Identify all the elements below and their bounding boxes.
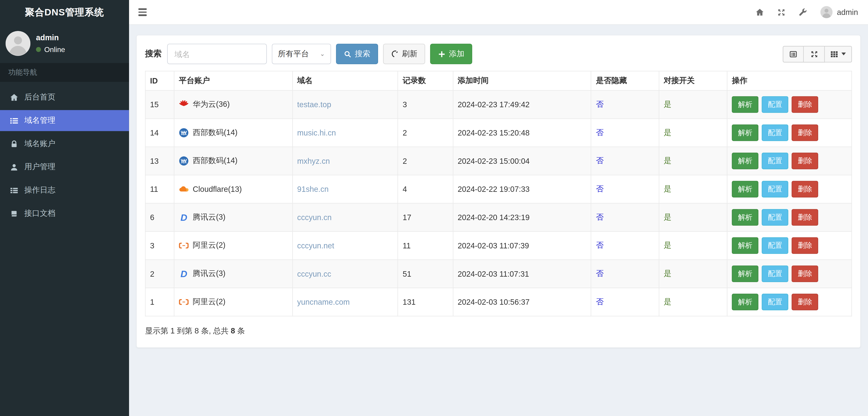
resolve-button[interactable]: 解析: [732, 153, 758, 169]
delete-button[interactable]: 删除: [792, 209, 818, 226]
config-button[interactable]: 配置: [762, 209, 788, 226]
user-status: Online: [36, 45, 65, 54]
platform-account-label: 阿里云(2): [193, 241, 225, 251]
hidden-cell: 否: [591, 91, 659, 119]
resolve-button[interactable]: 解析: [732, 209, 758, 226]
switch-toggle[interactable]: 是: [663, 212, 671, 221]
content-area: 搜索 所有平台 ⌄ 搜索 刷新 添加: [129, 25, 868, 358]
domain-link[interactable]: 91she.cn: [297, 185, 329, 194]
sidebar-item-logs[interactable]: 操作日志: [0, 180, 129, 201]
domain-link[interactable]: cccyun.cc: [297, 269, 331, 278]
domain-link[interactable]: testae.top: [297, 100, 331, 109]
user-menu[interactable]: admin: [820, 6, 858, 18]
cloudflare-icon: [179, 184, 189, 194]
hidden-toggle[interactable]: 否: [596, 241, 603, 249]
domain-link[interactable]: music.hi.cn: [297, 128, 336, 137]
hidden-toggle[interactable]: 否: [596, 212, 603, 221]
search-button[interactable]: 搜索: [336, 44, 378, 64]
config-button[interactable]: 配置: [762, 125, 788, 141]
refresh-button[interactable]: 刷新: [383, 44, 425, 64]
delete-button[interactable]: 删除: [792, 96, 818, 113]
resolve-button[interactable]: 解析: [732, 293, 758, 310]
added-time-cell: 2024-02-03 11:07:31: [453, 260, 591, 288]
switch-toggle[interactable]: 是: [663, 100, 671, 108]
column-header: ID: [145, 71, 174, 91]
switch-toggle[interactable]: 是: [663, 241, 671, 249]
resolve-button[interactable]: 解析: [732, 266, 758, 282]
delete-button[interactable]: 删除: [792, 266, 818, 282]
records-cell: 4: [398, 175, 453, 203]
added-time-cell: 2024-02-03 10:56:37: [453, 288, 591, 316]
switch-toggle[interactable]: 是: [663, 184, 671, 193]
config-button[interactable]: 配置: [762, 181, 788, 198]
config-button[interactable]: 配置: [762, 153, 788, 169]
resolve-button[interactable]: 解析: [732, 181, 758, 198]
resolve-button[interactable]: 解析: [732, 125, 758, 141]
platform-select[interactable]: 所有平台 ⌄: [272, 44, 331, 64]
switch-toggle[interactable]: 是: [663, 269, 671, 278]
book-icon: [9, 209, 19, 218]
delete-button[interactable]: 删除: [792, 181, 818, 198]
hidden-toggle[interactable]: 否: [596, 184, 603, 193]
add-button[interactable]: 添加: [430, 44, 472, 64]
domain-link[interactable]: yuncname.com: [297, 298, 350, 306]
delete-button[interactable]: 删除: [792, 125, 818, 141]
id-cell: 6: [145, 203, 174, 232]
config-button[interactable]: 配置: [762, 266, 788, 282]
delete-button[interactable]: 删除: [792, 237, 818, 254]
hidden-toggle[interactable]: 否: [596, 128, 603, 137]
hidden-cell: 否: [591, 118, 659, 147]
switch-toggle[interactable]: 是: [663, 297, 671, 306]
fullscreen-table-button[interactable]: [804, 46, 825, 62]
platform-account-label: 阿里云(2): [193, 297, 225, 307]
actions-cell: 解析配置删除: [727, 175, 852, 203]
sidebar-item-label: 域名管理: [25, 115, 56, 126]
domain-link[interactable]: mxhyz.cn: [297, 157, 330, 165]
sidebar-toggle-icon[interactable]: [137, 6, 148, 18]
config-button[interactable]: 配置: [762, 96, 788, 113]
switch-toggle[interactable]: 是: [663, 128, 671, 137]
actions-cell: 解析配置删除: [727, 91, 852, 119]
domain-link[interactable]: cccyun.net: [297, 241, 334, 250]
home-icon[interactable]: [755, 8, 764, 16]
sidebar-item-home[interactable]: 后台首页: [0, 87, 129, 108]
domain-link[interactable]: cccyun.cn: [297, 213, 332, 222]
switch-toggle[interactable]: 是: [663, 156, 671, 165]
table-row: 3阿里云(2)cccyun.net112024-02-03 11:07:39否是…: [145, 232, 852, 260]
sidebar-item-docs[interactable]: 接口文档: [0, 203, 129, 224]
sidebar-item-domains[interactable]: 域名管理: [0, 110, 129, 131]
west-digital-icon: [179, 156, 189, 166]
hidden-toggle[interactable]: 否: [596, 156, 603, 165]
platform-cell: Cloudflare(13): [174, 175, 292, 203]
pagination-summary: 显示第 1 到第 8 条, 总共 8 条: [145, 326, 852, 336]
platform-cell: 阿里云(2): [174, 288, 292, 316]
switch-cell: 是: [659, 91, 727, 119]
domains-table: ID平台账户域名记录数添加时间是否隐藏对接开关操作 15华为云(36)testa…: [145, 71, 852, 316]
refresh-icon: [391, 50, 399, 58]
delete-button[interactable]: 删除: [792, 153, 818, 169]
records-cell: 2: [398, 118, 453, 147]
id-cell: 13: [145, 147, 174, 175]
wrench-icon[interactable]: [799, 8, 807, 16]
platform-account-label: 西部数码(14): [193, 156, 238, 166]
card-view-button[interactable]: [783, 46, 804, 62]
resolve-button[interactable]: 解析: [732, 237, 758, 254]
resolve-button[interactable]: 解析: [732, 96, 758, 113]
fullscreen-icon[interactable]: [777, 8, 785, 16]
switch-cell: 是: [659, 118, 727, 147]
sidebar-item-label: 用户管理: [25, 162, 56, 172]
config-button[interactable]: 配置: [762, 237, 788, 254]
table-row: 11Cloudflare(13)91she.cn42024-02-22 19:0…: [145, 175, 852, 203]
sidebar-item-accounts[interactable]: 域名账户: [0, 133, 129, 154]
hidden-toggle[interactable]: 否: [596, 297, 603, 306]
platform-account-label: 腾讯云(3): [193, 212, 225, 222]
search-input[interactable]: [167, 44, 267, 64]
sidebar-item-users[interactable]: 用户管理: [0, 157, 129, 178]
delete-button[interactable]: 删除: [792, 293, 818, 310]
columns-dropdown-button[interactable]: [825, 46, 852, 62]
hidden-toggle[interactable]: 否: [596, 269, 603, 278]
domain-cell: cccyun.cn: [292, 203, 398, 232]
west-digital-icon: [179, 128, 189, 138]
config-button[interactable]: 配置: [762, 293, 788, 310]
hidden-toggle[interactable]: 否: [596, 100, 603, 108]
